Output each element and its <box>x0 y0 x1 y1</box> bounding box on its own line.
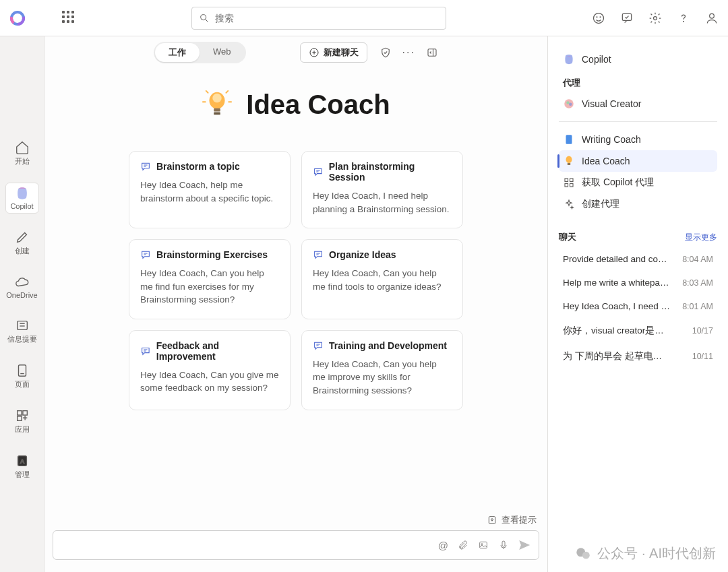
prompt-card[interactable]: Brainstorm a topic Hey Idea Coach, help … <box>129 151 291 228</box>
nav-label: 信息提要 <box>7 334 37 344</box>
svg-rect-29 <box>214 108 221 112</box>
svg-rect-19 <box>17 416 21 420</box>
shield-icon[interactable] <box>380 46 392 59</box>
svg-rect-25 <box>428 49 436 57</box>
svg-line-4 <box>206 20 208 22</box>
top-actions <box>592 11 719 25</box>
chat-title: Hey Idea Coach, I need h... <box>563 301 671 311</box>
nav-label: 管理 <box>15 470 30 480</box>
send-icon[interactable] <box>518 539 530 551</box>
nav-onedrive[interactable]: OneDrive <box>5 272 39 302</box>
chat-toolbar: 工作 Web 新建聊天 ··· <box>44 36 547 69</box>
help-icon[interactable] <box>677 11 690 25</box>
prompt-card[interactable]: Plan brainstorming Session Hey Idea Coac… <box>301 151 463 228</box>
card-title: Brainstorming Exercises <box>156 249 268 260</box>
chat-history-item[interactable]: Hey Idea Coach, I need h...8:01 AM <box>559 294 717 318</box>
prompt-card[interactable]: Feedback and Improvement Hey Idea Coach,… <box>129 330 291 410</box>
search-box[interactable] <box>191 7 446 30</box>
svg-point-39 <box>566 156 572 164</box>
svg-rect-32 <box>480 542 487 548</box>
panel-toggle-icon[interactable] <box>426 46 438 59</box>
lightbulb-icon <box>202 89 233 120</box>
svg-point-11 <box>710 13 715 18</box>
agent-label: 创建代理 <box>582 198 619 210</box>
svg-rect-44 <box>570 184 574 187</box>
divider <box>559 121 717 122</box>
panel-copilot-label: Copilot <box>582 54 611 65</box>
agent-label: Visual Creator <box>582 98 641 109</box>
new-chat-button[interactable]: 新建聊天 <box>300 42 367 63</box>
chat-icon <box>140 249 151 260</box>
view-prompts-link[interactable]: 查看提示 <box>53 514 539 526</box>
settings-icon[interactable] <box>648 11 662 25</box>
chat-title: Help me write a whitepap... <box>563 278 671 288</box>
page-icon <box>15 363 30 378</box>
sparkle-book-icon <box>487 515 497 526</box>
chat-time: 8:01 AM <box>682 302 713 311</box>
svg-point-10 <box>684 21 684 22</box>
account-icon[interactable] <box>705 11 719 25</box>
hint-label: 查看提示 <box>502 514 537 526</box>
tab-work[interactable]: 工作 <box>155 43 200 62</box>
show-more-link[interactable]: 显示更多 <box>685 232 717 243</box>
agent-writing-coach[interactable]: Writing Coach <box>559 129 717 150</box>
attach-icon[interactable] <box>458 540 468 550</box>
nav-admin[interactable]: A 管理 <box>5 451 39 482</box>
nav-pages[interactable]: 页面 <box>5 360 39 392</box>
nav-feed[interactable]: 信息提要 <box>5 315 39 347</box>
ms365-logo <box>9 10 26 26</box>
nav-label: OneDrive <box>6 291 37 299</box>
nav-home[interactable]: 开始 <box>5 137 39 169</box>
prompt-card[interactable]: Organize Ideas Hey Idea Coach, Can you h… <box>301 239 463 319</box>
search-input[interactable] <box>215 13 439 24</box>
tab-web[interactable]: Web <box>200 43 245 62</box>
feed-icon <box>15 318 30 333</box>
more-icon[interactable]: ··· <box>402 46 415 59</box>
chat-history-item[interactable]: Provide detailed and cons...8:04 AM <box>559 247 717 271</box>
agent-create-agent[interactable]: 创建代理 <box>559 193 717 215</box>
svg-rect-38 <box>566 135 572 144</box>
chat-time: 8:03 AM <box>682 278 713 288</box>
agent-visual-creator[interactable]: Visual Creator <box>559 93 717 115</box>
svg-point-37 <box>569 103 572 106</box>
feedback-icon[interactable] <box>620 11 634 25</box>
prompt-card[interactable]: Training and Development Hey Idea Coach,… <box>301 330 463 410</box>
mention-icon[interactable]: @ <box>438 540 448 551</box>
mic-icon[interactable] <box>498 540 509 550</box>
nav-create[interactable]: 创建 <box>5 227 39 259</box>
chat-title: Provide detailed and cons... <box>563 254 671 264</box>
image-icon[interactable] <box>478 540 489 550</box>
agent-label: Idea Coach <box>582 156 630 166</box>
chat-history-item[interactable]: 为 下周的早会 起草电子邮...10/11 <box>559 344 717 369</box>
prompt-card[interactable]: Brainstorming Exercises Hey Idea Coach, … <box>129 239 291 319</box>
svg-point-36 <box>566 101 570 104</box>
card-body: Hey Idea Coach, help me brainstorm about… <box>140 179 279 205</box>
agent-get-agents[interactable]: 获取 Copilot 代理 <box>559 172 717 193</box>
chat-icon <box>140 161 151 172</box>
nav-apps[interactable]: 应用 <box>5 406 39 437</box>
toolbar-right: ··· <box>380 46 438 59</box>
message-input-box[interactable]: @ <box>53 530 539 560</box>
svg-text:A: A <box>20 458 24 465</box>
hero: Idea Coach <box>44 89 547 120</box>
agent-idea-coach[interactable]: Idea Coach <box>559 150 717 172</box>
app-launcher-icon[interactable] <box>62 11 77 26</box>
svg-point-9 <box>654 16 657 20</box>
chat-history-item[interactable]: 你好，visual creator是做什...10/17 <box>559 318 717 344</box>
svg-rect-12 <box>17 321 27 330</box>
nav-label: 页面 <box>15 379 30 389</box>
chat-title: 为 下周的早会 起草电子邮... <box>563 350 671 362</box>
svg-rect-30 <box>214 113 221 115</box>
panel-copilot[interactable]: Copilot <box>559 49 717 70</box>
nav-copilot[interactable]: Copilot <box>5 183 39 214</box>
emoji-icon[interactable] <box>592 11 605 25</box>
page-title: Idea Coach <box>246 90 390 120</box>
card-title: Feedback and Improvement <box>156 340 279 362</box>
chat-history-item[interactable]: Help me write a whitepap...8:03 AM <box>559 271 717 294</box>
svg-rect-43 <box>565 184 568 187</box>
chat-time: 8:04 AM <box>682 255 713 264</box>
svg-rect-18 <box>22 411 26 415</box>
chats-label: 聊天 <box>559 231 576 243</box>
chat-time: 10/11 <box>692 352 713 361</box>
chat-icon <box>313 340 324 351</box>
